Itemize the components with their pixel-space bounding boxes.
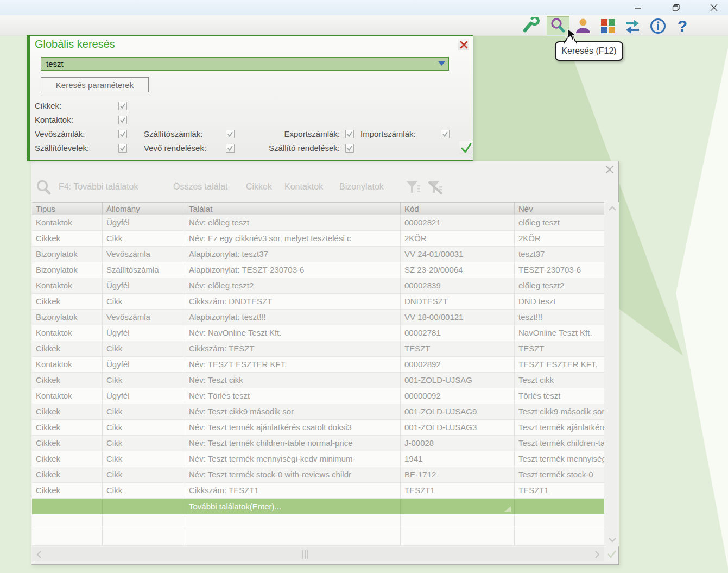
checkbox[interactable] xyxy=(345,130,354,138)
cell-nev: Teszt cikk xyxy=(515,373,604,388)
cell-talalat: Név: Ez egy cikknév3 sor, melyet tesztel… xyxy=(185,231,401,246)
cell-allomany: Ügyfél xyxy=(103,357,185,372)
chevron-down-icon xyxy=(438,61,445,66)
cell-tipus: Cikkek xyxy=(32,420,103,435)
cell-nev: TESZT ESZTER KFT. xyxy=(515,357,604,372)
table-row[interactable]: KontaktokÜgyfélNév: TESZT ESZTER KFT.000… xyxy=(32,357,604,373)
filter-icon[interactable] xyxy=(405,180,421,196)
chevron-down-icon xyxy=(608,537,617,543)
table-row[interactable]: CikkekCikkNév: Teszt termék children-tab… xyxy=(32,436,604,451)
table-row[interactable]: KontaktokÜgyfélNév: NavOnline Teszt Kft.… xyxy=(32,325,604,341)
resize-grip-icon xyxy=(607,550,617,558)
search-input[interactable]: teszt xyxy=(41,57,449,71)
checkbox[interactable] xyxy=(118,144,127,153)
more-results-row[interactable]: További találatok(Enter)... xyxy=(32,499,604,514)
tab-all-results[interactable]: Összes találat xyxy=(173,182,227,192)
table-row[interactable]: CikkekCikkCikkszám: DNDTESZTDNDTESZTDND … xyxy=(32,294,604,310)
table-row[interactable]: BizonylatokVevőszámlaAlapbizonylat: tesz… xyxy=(32,310,604,325)
dropdown-button[interactable] xyxy=(436,59,447,69)
check-icon xyxy=(460,142,472,153)
cell-kod: 00002839 xyxy=(401,278,515,293)
horizontal-scrollbar[interactable] xyxy=(32,547,604,561)
close-button[interactable] xyxy=(705,0,723,15)
results-toolbar: F4: További találatok Összes találat Cik… xyxy=(31,175,618,202)
cell-nev: TESZT xyxy=(515,341,604,356)
column-header-allomany[interactable]: Állomány xyxy=(103,203,185,215)
table-row[interactable]: KontaktokÜgyfélNév: Törlés teszt00000092… xyxy=(32,388,604,404)
tab-documents[interactable]: Bizonylatok xyxy=(339,182,384,192)
vertical-scrollbar[interactable] xyxy=(605,202,619,546)
column-header-nev[interactable]: Név xyxy=(515,203,604,215)
table-row[interactable]: KontaktokÜgyfélNév: előleg teszt20000283… xyxy=(32,278,604,294)
column-header-talalat[interactable]: Találat xyxy=(185,203,401,215)
close-icon xyxy=(605,165,614,174)
tab-contacts[interactable]: Kontaktok xyxy=(284,182,323,192)
table-row[interactable]: CikkekCikkCikkszám: TESZT1TESZT1TESZT1 xyxy=(32,483,604,499)
checkbox[interactable] xyxy=(118,102,127,110)
clear-filter-icon[interactable] xyxy=(427,180,444,196)
cell-nev: Teszt termék mennyiségi xyxy=(515,451,604,467)
table-row[interactable]: KontaktokÜgyfélNév: előleg teszt00002821… xyxy=(32,215,604,231)
cell-nev: NavOnline Teszt Kft. xyxy=(515,325,604,341)
table-row[interactable]: CikkekCikkNév: Teszt cikk9 második sor00… xyxy=(32,404,604,420)
cell-kod: BE-1712 xyxy=(401,467,515,482)
table-row[interactable]: BizonylatokVevőszámlaAlapbizonylat: tesz… xyxy=(32,247,604,262)
table-row[interactable]: CikkekCikkNév: Teszt termék ajánlatkérés… xyxy=(32,420,604,436)
scroll-left-button[interactable] xyxy=(32,547,46,562)
cell-kod: 001-ZOLD-UJSAG9 xyxy=(401,404,515,419)
cell-nev: előleg teszt xyxy=(515,215,604,230)
dialog-title: Globális keresés xyxy=(35,38,115,51)
cell-nev: teszt37 xyxy=(515,247,604,262)
chevron-left-icon xyxy=(36,550,42,559)
checkbox[interactable] xyxy=(441,130,450,138)
cell-kod: 00002892 xyxy=(401,357,515,372)
cell-allomany: Ügyfél xyxy=(103,215,185,230)
table-row[interactable]: CikkekCikkNév: Ez egy cikknév3 sor, mely… xyxy=(32,231,604,247)
cell-nev: 2KÖR xyxy=(515,231,604,246)
transfer-button[interactable] xyxy=(621,16,644,35)
cell-talalat: Név: Teszt termék ajánlatkérés csatolt d… xyxy=(185,420,401,435)
results-close-button[interactable] xyxy=(604,164,615,175)
resize-grip[interactable] xyxy=(605,547,619,561)
checkbox[interactable] xyxy=(118,130,127,138)
column-header-kod[interactable]: Kód xyxy=(401,203,515,215)
table-row[interactable]: BizonylatokSzállítószámlaAlapbizonylat: … xyxy=(32,262,604,278)
cell-allomany: Cikk xyxy=(103,436,185,451)
cell-tipus: Cikkek xyxy=(32,483,103,498)
table-row[interactable]: CikkekCikkNév: Teszt termék stock-0 with… xyxy=(32,467,604,483)
info-button[interactable] xyxy=(647,16,669,35)
cell-kod: 1941 xyxy=(401,451,515,467)
scrollbar-grip[interactable] xyxy=(302,550,308,559)
minimize-button[interactable] xyxy=(629,0,647,15)
table-row[interactable]: CikkekCikkNév: Teszt termék mennyiségi-k… xyxy=(32,451,604,467)
help-icon: ? xyxy=(674,17,691,35)
table-row[interactable]: CikkekCikkCikkszám: TESZTTESZTTESZT xyxy=(32,341,604,357)
tab-articles[interactable]: Cikkek xyxy=(246,182,272,192)
modules-button[interactable] xyxy=(597,16,619,35)
scroll-down-button[interactable] xyxy=(605,533,619,546)
column-header-tipus[interactable]: Tipus xyxy=(32,203,103,215)
table-row[interactable]: CikkekCikkNév: Teszt cikk001-ZOLD-UJSAGT… xyxy=(32,373,604,388)
info-icon xyxy=(649,17,667,35)
checkbox[interactable] xyxy=(118,116,127,124)
cell-talalat: Cikkszám: TESZT1 xyxy=(185,483,401,498)
scroll-up-button[interactable] xyxy=(605,202,619,215)
scroll-right-button[interactable] xyxy=(590,547,604,562)
checkbox[interactable] xyxy=(345,144,354,153)
empty-row xyxy=(32,514,604,530)
cell-allomany: Cikk xyxy=(103,373,185,388)
cell-nev: Teszt termék stock-0 xyxy=(515,467,604,482)
cell-nev: TESZT-230703-6 xyxy=(515,262,604,278)
search-icon xyxy=(36,179,52,196)
cell-nev: Teszt termék ajánlatkérés xyxy=(515,420,604,435)
cell-allomany: Cikk xyxy=(103,294,185,309)
maximize-button[interactable] xyxy=(667,0,685,15)
cell-empty xyxy=(401,530,515,545)
settings-button[interactable] xyxy=(520,16,542,35)
dialog-close-button[interactable] xyxy=(458,39,469,50)
empty-row xyxy=(32,530,604,546)
cell-talalat: Név: TESZT ESZTER KFT. xyxy=(185,357,401,372)
confirm-search-button[interactable] xyxy=(459,141,473,154)
help-button[interactable]: ? xyxy=(671,16,694,35)
search-params-button[interactable]: Keresés paraméterek xyxy=(41,77,149,92)
